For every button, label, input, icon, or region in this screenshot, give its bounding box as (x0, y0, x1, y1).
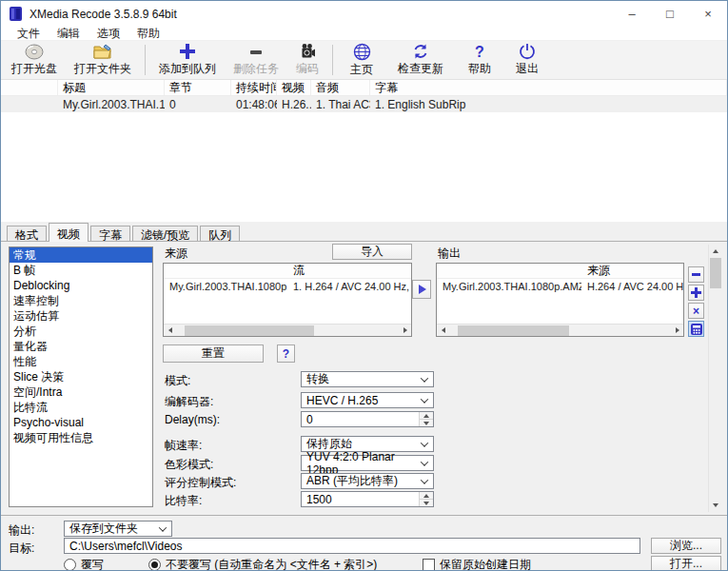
list-item-general[interactable]: 常规 (10, 247, 152, 263)
scroll-up-icon[interactable] (709, 245, 721, 258)
output-hscrollbar[interactable] (437, 324, 683, 336)
scroll-left-icon[interactable] (164, 325, 176, 337)
reset-button[interactable]: 重置 (163, 345, 264, 363)
output-stream: H.264 / AVC 24.00 Hz, 192 (581, 281, 683, 292)
list-item-vui[interactable]: 视频可用性信息 (10, 430, 152, 445)
grid-icon (691, 324, 702, 335)
bitrate-label: 比特率: (165, 493, 202, 509)
ratecontrol-select[interactable]: ABR (平均比特率) (301, 473, 434, 489)
plus-icon (179, 43, 196, 60)
field-help-button[interactable]: ? (277, 345, 295, 363)
column-chapter[interactable]: 章节 (165, 80, 231, 95)
list-item-spatial-intra[interactable]: 空间/Intra (10, 384, 152, 400)
import-button[interactable]: 导入 (332, 244, 412, 260)
stream-remove-button[interactable] (688, 266, 704, 283)
help-button[interactable]: ? 帮助 (456, 42, 503, 78)
folder-icon (93, 43, 113, 60)
toolbar-separator (145, 45, 146, 75)
scroll-down-icon[interactable] (709, 499, 721, 512)
overwrite-radio[interactable]: 覆写 (64, 557, 104, 571)
file-row[interactable]: My.Girl.2003.THAI.108... 0 01:48:06 H.26… (1, 96, 727, 112)
list-item-rate-control[interactable]: 速率控制 (10, 293, 152, 308)
output-source-column[interactable]: 来源 (581, 264, 683, 278)
window-title: XMedia Recode 3.5.8.9 64bit (30, 8, 177, 21)
tab-subtitle[interactable]: 字幕 (90, 226, 130, 241)
maximize-button[interactable]: □ (651, 1, 689, 27)
scroll-right-icon[interactable] (399, 325, 411, 337)
bitrate-spinner[interactable]: 1500 (301, 491, 434, 507)
delay-label: Delay(ms): (165, 413, 220, 426)
list-item-quantizer[interactable]: 量化器 (10, 339, 152, 354)
open-disc-button[interactable]: 打开光盘 (3, 42, 66, 78)
source-hscrollbar[interactable] (164, 324, 411, 336)
list-item-deblocking[interactable]: Deblocking (10, 278, 152, 293)
list-item-bframes[interactable]: B 帧 (10, 263, 152, 278)
exit-button[interactable]: 退出 (503, 42, 551, 78)
list-item-bitstream[interactable]: 比特流 (10, 400, 152, 415)
close-button[interactable]: × (689, 1, 727, 27)
panel-vscrollbar[interactable] (708, 245, 721, 512)
menu-edit[interactable]: 编辑 (49, 26, 89, 42)
transfer-stream-button[interactable] (412, 280, 431, 299)
spin-up-icon[interactable] (420, 492, 433, 500)
list-item-analysis[interactable]: 分析 (10, 324, 152, 339)
source-file: My.Girl.2003.THAI.1080p.AMZN.... (164, 281, 287, 292)
ratecontrol-label: 评分控制模式: (165, 475, 236, 491)
keep-date-checkbox[interactable]: 保留原始创建日期 (423, 557, 531, 571)
list-item-performance[interactable]: 性能 (10, 354, 152, 369)
column-title[interactable]: 标题 (58, 80, 165, 95)
open-button[interactable]: 打开... (651, 556, 721, 571)
column-duration[interactable]: 持续时间 (231, 80, 277, 95)
source-row[interactable]: My.Girl.2003.THAI.1080p.AMZN.... 1. H.26… (164, 279, 411, 294)
column-video[interactable]: 视频 (277, 80, 311, 95)
no-overwrite-radio[interactable]: 不要覆写 (自动重命名为 <文件名 + 索引>) (148, 557, 377, 571)
file-row-subtitle: 1. English SubRip (370, 98, 727, 111)
tab-filter-preview[interactable]: 滤镜/预览 (132, 226, 198, 241)
target-path-input[interactable]: C:\Users\mefcl\Videos (64, 538, 640, 554)
minus-icon (692, 273, 700, 276)
refresh-icon (412, 43, 429, 60)
spin-down-icon[interactable] (420, 420, 433, 426)
tab-video[interactable]: 视频 (49, 223, 89, 242)
delay-spinner[interactable]: 0 (301, 411, 434, 427)
output-mode-select[interactable]: 保存到文件夹 (64, 521, 172, 537)
scroll-right-icon[interactable] (671, 325, 683, 337)
output-title: 输出 (438, 246, 461, 262)
chevron-down-icon (159, 523, 167, 531)
title-bar: XMedia Recode 3.5.8.9 64bit – □ × (1, 1, 727, 27)
file-list-header: 标题 章节 持续时间 视频 音频 字幕 (1, 80, 727, 96)
tab-format[interactable]: 格式 (7, 226, 47, 241)
home-button[interactable]: 主页 (338, 42, 385, 78)
scroll-left-icon[interactable] (437, 325, 449, 337)
source-stream-column[interactable]: 流 (287, 264, 411, 278)
colormode-select[interactable]: YUV 4:2:0 Planar 12bpp (301, 455, 434, 471)
column-audio[interactable]: 音频 (311, 80, 370, 95)
stream-delete-button[interactable]: × (688, 303, 704, 319)
spin-up-icon[interactable] (420, 412, 433, 420)
toolbar-group-2: 主页 检查更新 ? 帮助 退出 (338, 42, 551, 78)
footer: 输出: 保存到文件夹 目标: C:\Users\mefcl\Videos 浏览.… (1, 515, 727, 571)
menu-options[interactable]: 选项 (89, 26, 128, 42)
column-subtitle[interactable]: 字幕 (370, 80, 727, 95)
codec-select[interactable]: HEVC / H.265 (301, 392, 434, 408)
delete-task-button: 删除任务 (225, 42, 287, 78)
check-update-button[interactable]: 检查更新 (385, 42, 456, 78)
stream-add-button[interactable] (688, 285, 704, 301)
tab-queue[interactable]: 队列 (200, 226, 240, 241)
add-to-queue-button[interactable]: 添加到队列 (150, 42, 225, 78)
stream-properties-button[interactable] (688, 321, 704, 337)
spin-down-icon[interactable] (420, 500, 433, 506)
mode-select[interactable]: 转换 (301, 371, 434, 387)
list-item-slice-decision[interactable]: Slice 决策 (10, 369, 152, 384)
x-icon: × (693, 305, 699, 317)
list-item-psycho-visual[interactable]: Psycho-visual (10, 415, 152, 430)
browse-button[interactable]: 浏览... (651, 538, 721, 554)
menu-help[interactable]: 帮助 (128, 26, 168, 42)
menu-file[interactable]: 文件 (9, 26, 49, 42)
minimize-button[interactable]: – (613, 1, 651, 27)
output-row[interactable]: My.Girl.2003.THAI.1080p.AMZN.WE... H.264… (437, 279, 683, 294)
app-window: XMedia Recode 3.5.8.9 64bit – □ × 文件 编辑 … (0, 0, 728, 571)
list-item-motion-estimation[interactable]: 运动估算 (10, 308, 152, 324)
video-settings-list: 常规 B 帧 Deblocking 速率控制 运动估算 分析 量化器 性能 Sl… (9, 246, 153, 507)
open-folder-button[interactable]: 打开文件夹 (66, 42, 140, 78)
